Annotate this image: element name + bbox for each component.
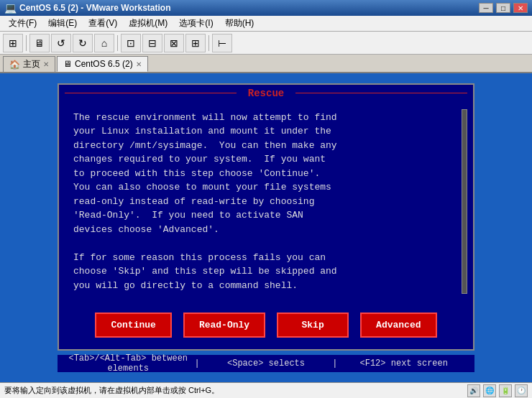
minimize-button[interactable]: ─: [479, 3, 493, 13]
tab-centos[interactable]: 🖥 CentOS 6.5 (2) ✕: [57, 56, 148, 72]
menu-help[interactable]: 帮助(H): [219, 16, 260, 31]
close-button[interactable]: ✕: [513, 3, 528, 13]
tab-bar: 🏠 主页 ✕ 🖥 CentOS 6.5 (2) ✕: [0, 55, 532, 73]
tab-home[interactable]: 🏠 主页 ✕: [3, 56, 55, 72]
sys-icon-battery[interactable]: 🔋: [499, 384, 512, 397]
menu-vm[interactable]: 虚拟机(M): [123, 16, 173, 31]
toolbar-sep-1: [26, 35, 27, 51]
f12-hint: <F12> next screen: [340, 358, 467, 369]
menu-edit[interactable]: 编辑(E): [42, 16, 83, 31]
menu-file[interactable]: 文件(F): [3, 16, 42, 31]
status-sep-1: |: [195, 358, 200, 369]
space-hint: <Space> selects: [203, 358, 330, 369]
tab-centos-close[interactable]: ✕: [136, 60, 142, 68]
menu-bar: 文件(F) 编辑(E) 查看(V) 虚拟机(M) 选项卡(I) 帮助(H): [0, 16, 532, 32]
skip-button[interactable]: Skip: [277, 313, 349, 338]
rescue-content: The rescue environment will now attempt …: [59, 102, 473, 302]
toolbar-sep-2: [117, 35, 118, 51]
rescue-dialog: Rescue The rescue environment will now a…: [58, 83, 474, 351]
toolbar-btn-9[interactable]: ⊞: [185, 34, 206, 52]
continue-button[interactable]: Continue: [95, 313, 171, 338]
sys-icon-network[interactable]: 🌐: [483, 384, 496, 397]
toolbar-btn-3[interactable]: ↺: [51, 34, 71, 52]
title-line-left: [65, 93, 237, 93]
tab-home-label: 主页: [23, 58, 40, 70]
menu-tabs[interactable]: 选项卡(I): [173, 16, 219, 31]
toolbar-sep-3: [208, 35, 209, 51]
title-bar-icon: 💻: [4, 2, 17, 14]
status-sep-2: |: [332, 358, 337, 369]
toolbar-btn-10[interactable]: ⊢: [212, 34, 232, 52]
title-line-right: [295, 93, 467, 93]
rescue-body-text: The rescue environment will now attempt …: [73, 111, 459, 293]
toolbar-btn-2[interactable]: 🖥: [29, 34, 50, 52]
sys-icon-sound[interactable]: 🔊: [467, 384, 480, 397]
toolbar-btn-7[interactable]: ⊟: [142, 34, 162, 52]
title-bar-text: CentOS 6.5 (2) - VMware Workstation: [19, 3, 476, 13]
rescue-buttons: Continue Read-Only Skip Advanced: [59, 301, 473, 349]
toolbar: ⊞ 🖥 ↺ ↻ ⌂ ⊡ ⊟ ⊠ ⊞ ⊢: [0, 32, 532, 55]
sys-icon-clock[interactable]: 🕐: [515, 384, 528, 397]
toolbar-btn-1[interactable]: ⊞: [3, 34, 23, 52]
main-area: Rescue The rescue environment will now a…: [0, 73, 532, 382]
tab-home-close[interactable]: ✕: [43, 60, 49, 68]
title-bar: 💻 CentOS 6.5 (2) - VMware Workstation ─ …: [0, 0, 532, 16]
advanced-button[interactable]: Advanced: [360, 313, 436, 338]
rescue-title: Rescue: [248, 88, 284, 99]
toolbar-btn-6[interactable]: ⊡: [121, 34, 141, 52]
toolbar-btn-5[interactable]: ⌂: [94, 34, 114, 52]
system-bar-text: 要将输入定向到该虚拟机，请在虚拟机内部单击或按 Ctrl+G。: [4, 385, 464, 396]
maximize-button[interactable]: □: [496, 3, 510, 13]
tab-hint: <Tab>/<Alt-Tab> between elements: [65, 353, 192, 374]
toolbar-btn-8[interactable]: ⊠: [164, 34, 184, 52]
rescue-dialog-titlebar: Rescue: [59, 85, 473, 102]
home-tab-icon: 🏠: [9, 60, 20, 70]
tab-centos-label: CentOS 6.5 (2): [75, 59, 133, 69]
read-only-button[interactable]: Read-Only: [183, 313, 265, 338]
centos-tab-icon: 🖥: [63, 59, 72, 69]
toolbar-btn-4[interactable]: ↻: [73, 34, 93, 52]
menu-view[interactable]: 查看(V): [83, 16, 123, 31]
system-bar: 要将输入定向到该虚拟机，请在虚拟机内部单击或按 Ctrl+G。 🔊 🌐 🔋 🕐: [0, 382, 532, 398]
vm-status-bar: <Tab>/<Alt-Tab> between elements | <Spac…: [58, 355, 474, 372]
